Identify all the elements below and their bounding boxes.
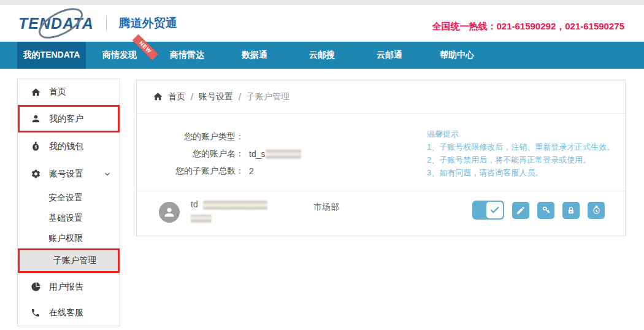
breadcrumb-separator: /	[191, 92, 193, 102]
svg-text:$: $	[34, 145, 37, 150]
subaccount-count-label: 您的子账户总数：	[137, 166, 244, 177]
gear-icon	[30, 169, 41, 180]
key-icon	[541, 205, 551, 215]
lock-icon	[566, 205, 576, 215]
tip-line: 3、如有问题，请咨询客服人员。	[427, 166, 615, 179]
sidebar: 首页 我的客户 $ 我的钱包 账号设置 安全设置 基础设置 账户权限 子账户管理…	[17, 79, 120, 326]
main-panel: 首页 / 账号设置 / 子账户管理 您的账户类型： 您的账户名： td_s 您的…	[136, 80, 626, 236]
money-bag-icon: $	[591, 205, 602, 215]
enable-toggle[interactable]	[472, 201, 504, 220]
top-navbar: 我的TENDATA 商情发现 NEW 商情雷达 数据通 云邮搜 云邮通 帮助中心	[0, 42, 644, 69]
sidebar-item-basic-settings[interactable]: 基础设置	[18, 208, 120, 228]
tip-line: 2、子账号禁用后，将不能再正常登录或使用。	[427, 153, 615, 166]
tip-line: 1、子账号权限修改后，注销、重新登录才正式生效。	[427, 140, 615, 153]
nav-tab-data-pass[interactable]: 数据通	[221, 42, 288, 69]
sidebar-item-account-permissions[interactable]: 账户权限	[18, 228, 120, 248]
redacted-account-name	[266, 149, 301, 159]
logo-text: TENDATA	[18, 15, 94, 33]
home-icon	[30, 86, 41, 98]
money-bag-icon: $	[30, 141, 41, 152]
edit-button[interactable]	[512, 202, 529, 219]
sidebar-item-home[interactable]: 首页	[18, 79, 120, 105]
tendata-logo[interactable]: TENDATA	[18, 10, 94, 37]
sidebar-item-security-settings[interactable]: 安全设置	[18, 188, 120, 208]
sidebar-item-subaccount-management[interactable]: 子账户管理	[18, 248, 120, 273]
subaccount-department: 市场部	[313, 202, 339, 213]
breadcrumb-current-page: 子账户管理	[247, 91, 289, 102]
pencil-icon	[516, 205, 526, 215]
redacted-subaccount-name	[203, 201, 267, 210]
home-icon[interactable]	[153, 91, 163, 102]
reset-password-button[interactable]	[537, 202, 554, 219]
avatar	[159, 202, 180, 223]
tips-panel: 温馨提示 1、子账号权限修改后，注销、重新登录才正式生效。 2、子账号禁用后，将…	[427, 128, 615, 179]
sidebar-item-my-customers[interactable]: 我的客户	[18, 105, 120, 132]
subaccount-actions: $	[472, 201, 605, 220]
subaccount-name-line2	[191, 213, 212, 223]
account-summary: 您的账户类型： 您的账户名： td_s 您的子账户总数： 2	[137, 128, 321, 180]
hotline: 全国统一热线：021-61590292，021-61590275	[432, 21, 624, 33]
account-name-value: td_s	[249, 149, 301, 159]
breadcrumb-home[interactable]: 首页	[168, 91, 185, 102]
breadcrumb-separator: /	[239, 92, 241, 102]
sidebar-item-online-support[interactable]: 在线客服	[18, 301, 120, 325]
subaccount-row: td 市场部	[137, 191, 625, 236]
subaccount-name: td	[191, 199, 267, 210]
nav-tab-cloud-mail-pass[interactable]: 云邮通	[356, 42, 423, 69]
phone-icon	[30, 307, 41, 318]
svg-text:$: $	[595, 209, 597, 213]
user-icon	[30, 113, 41, 125]
header: TENDATA 腾道外贸通 全国统一热线：021-61590292，021-61…	[0, 5, 644, 42]
checkmark-icon	[486, 202, 503, 218]
pie-chart-icon	[30, 282, 41, 293]
wallet-quota-button[interactable]: $	[588, 202, 605, 219]
header-divider	[106, 15, 107, 31]
nav-tab-business-discovery[interactable]: 商情发现 NEW	[86, 42, 153, 69]
nav-tab-my-tendata[interactable]: 我的TENDATA	[17, 42, 86, 69]
top-strip	[0, 0, 644, 5]
chevron-down-icon	[104, 171, 111, 178]
sidebar-item-my-wallet[interactable]: $ 我的钱包	[18, 132, 120, 160]
breadcrumb-account-settings[interactable]: 账号设置	[199, 91, 233, 102]
nav-tab-cloud-mail-search[interactable]: 云邮搜	[288, 42, 356, 69]
tips-title: 温馨提示	[427, 128, 615, 140]
account-info-section: 您的账户类型： 您的账户名： td_s 您的子账户总数： 2 温馨提示 1、子账…	[137, 113, 625, 191]
account-name-label: 您的账户名：	[137, 148, 244, 159]
nav-tab-help-center[interactable]: 帮助中心	[423, 42, 491, 69]
hotline-numbers: 021-61590292，021-61590275	[496, 21, 624, 31]
subaccount-count-value: 2	[249, 166, 254, 176]
product-name: 腾道外贸通	[119, 15, 177, 31]
sidebar-item-account-settings[interactable]: 账号设置	[18, 160, 120, 188]
sidebar-item-user-reports[interactable]: 用户报告	[18, 273, 120, 301]
redacted-text	[191, 215, 212, 223]
breadcrumb: 首页 / 账号设置 / 子账户管理	[137, 80, 625, 113]
hotline-label: 全国统一热线：	[432, 21, 496, 31]
lock-permissions-button[interactable]	[562, 202, 580, 219]
account-type-label: 您的账户类型：	[137, 131, 244, 142]
nav-tab-business-radar[interactable]: 商情雷达	[153, 42, 221, 69]
